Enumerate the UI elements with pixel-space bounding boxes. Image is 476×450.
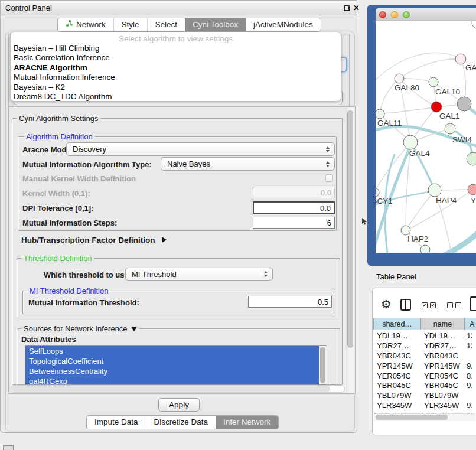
network-node[interactable]	[376, 109, 384, 119]
which-threshold-combo[interactable]: MI Threshold	[125, 268, 273, 281]
table-row[interactable]: YLR345WYLR345W9.	[373, 401, 476, 411]
table-cell[interactable]: YLR345W	[373, 401, 419, 411]
table-cell[interactable]: YDR27…	[419, 341, 464, 351]
table-horizontal-scrollbar-thumb[interactable]	[376, 415, 448, 420]
table-cell[interactable]: YPR145W	[373, 361, 419, 371]
tab-infer-network[interactable]: Infer Network	[216, 416, 278, 429]
table-cell[interactable]: 9.	[464, 401, 472, 411]
network-node[interactable]	[457, 97, 471, 111]
table-row[interactable]: YPR145WYPR145W9.	[373, 361, 476, 371]
close-icon[interactable]: ✕	[353, 3, 360, 14]
table-cell[interactable]: YER054C	[373, 371, 419, 381]
network-edge[interactable]	[442, 231, 476, 253]
table-row[interactable]: YBR043CYBR043C	[373, 351, 476, 361]
table-cell[interactable]: 8.	[464, 371, 472, 381]
table-cell[interactable]: YBL079W	[373, 391, 419, 401]
column-header-partial[interactable]: A	[464, 318, 476, 330]
table-row[interactable]: YER054CYER054C8.	[373, 371, 476, 381]
network-node[interactable]	[455, 54, 466, 64]
tab-impute-data[interactable]: Impute Data	[87, 416, 146, 429]
table-cell[interactable]: YER054C	[419, 371, 464, 381]
table-cell[interactable]: YDL19…	[373, 331, 419, 341]
expand-right-icon[interactable]	[162, 237, 167, 243]
table-row[interactable]: YBR045CYBR045C9.	[373, 381, 476, 391]
horizontal-scrollbar-thumb[interactable]	[11, 386, 330, 392]
table-cell[interactable]: YBL079W	[419, 391, 464, 401]
tab-style[interactable]: Style	[113, 18, 147, 31]
table-cell[interactable]: 9.	[464, 381, 472, 391]
table-settings-gear-icon[interactable]: ⚙	[381, 297, 392, 311]
mi-steps-field[interactable]: 6	[253, 217, 335, 229]
select-all-columns-icon[interactable]: ✓ ✓	[422, 302, 436, 308]
network-node[interactable]	[428, 184, 441, 197]
network-edge[interactable]	[380, 107, 436, 114]
list-scrollbar-thumb[interactable]	[320, 347, 325, 383]
table-cell[interactable]: YBR043C	[419, 351, 464, 361]
mi-type-combo[interactable]: Naive Bayes	[161, 157, 335, 171]
collapse-down-icon[interactable]	[131, 327, 137, 331]
network-node[interactable]	[395, 74, 404, 83]
deselect-all-columns-icon[interactable]	[447, 302, 461, 308]
dropdown-item-bayesian-k2[interactable]: Bayesian – K2	[11, 83, 341, 92]
table-cell[interactable]: YBR043C	[373, 351, 419, 361]
network-edge[interactable]	[376, 142, 411, 193]
network-node[interactable]	[420, 245, 430, 253]
table-cell[interactable]: 13	[464, 331, 472, 341]
hub-section-label[interactable]: Hub/Transcription Factor Definition	[21, 236, 167, 244]
column-header-name[interactable]: name	[420, 318, 465, 330]
table-cell[interactable]: YLR345W	[419, 401, 464, 411]
dpi-tolerance-field[interactable]: 0.0	[253, 201, 335, 214]
list-item-betweennesscentrality[interactable]: BetweennessCentrality	[25, 366, 319, 376]
table-row[interactable]: YDR27…YDR27…12	[373, 341, 476, 351]
table-cell[interactable]: YDR27…	[373, 341, 419, 351]
network-edge[interactable]	[399, 79, 433, 82]
dropdown-item-aracne[interactable]: ARACNE Algorithm	[11, 63, 341, 73]
vertical-scrollbar-thumb[interactable]	[347, 110, 353, 348]
network-node[interactable]	[403, 135, 418, 149]
zoom-traffic-light[interactable]	[403, 11, 410, 18]
table-cell[interactable]: YPR145W	[419, 361, 464, 371]
mi-threshold-field[interactable]: 0.5	[248, 296, 332, 308]
float-window-icon[interactable]	[344, 5, 350, 11]
network-node[interactable]	[467, 152, 476, 165]
network-node[interactable]	[472, 21, 476, 29]
tab-jactivemnodules[interactable]: jActiveMNodules	[246, 18, 321, 31]
network-node[interactable]	[429, 77, 438, 87]
network-canvas[interactable]: GALGAL80GAL10GAL1GAL11SWI4GAL4GCY1HAP4YH…	[376, 21, 476, 253]
tab-network[interactable]: Network	[58, 18, 113, 31]
tab-discretize-data[interactable]: Discretize Data	[146, 416, 216, 429]
tab-cyni-toolbox[interactable]: Cyni Toolbox	[185, 18, 246, 31]
minimized-window-icon[interactable]	[3, 445, 14, 450]
dropdown-item-mutual-information[interactable]: Mutual Information Inference	[11, 73, 341, 82]
network-edge[interactable]	[399, 59, 461, 79]
network-node[interactable]	[468, 184, 476, 195]
table-row[interactable]: YDL19…YDL19…13	[373, 331, 476, 341]
network-edge[interactable]	[406, 190, 435, 230]
dropdown-item-dream8[interactable]: Dream8 DC_TDC Algorithm	[11, 92, 341, 102]
kernel-width-field[interactable]: 0.0	[253, 187, 335, 198]
tab-select[interactable]: Select	[147, 18, 185, 31]
dropdown-item-basic-correlation[interactable]: Basic Correlation Inference	[11, 53, 341, 63]
table-cell[interactable]: YBR045C	[373, 381, 419, 391]
network-node[interactable]	[431, 102, 442, 112]
minimize-traffic-light[interactable]	[391, 11, 398, 18]
list-item-selfloops[interactable]: SelfLoops	[25, 346, 319, 356]
list-item-gal4rgexp[interactable]: gal4RGexp	[25, 376, 319, 385]
column-chooser-icon[interactable]	[400, 299, 411, 311]
aracne-mode-combo[interactable]: Discovery	[66, 142, 335, 156]
table-cell[interactable]: YDL19…	[419, 331, 464, 341]
dropdown-item-bayesian-hill-climbing[interactable]: Bayesian – Hill Climbing	[11, 44, 341, 53]
export-table-icon[interactable]	[470, 296, 476, 311]
table-cell[interactable]: 9.	[464, 361, 472, 371]
table-cell[interactable]: YBR045C	[419, 381, 464, 391]
column-header-sharedname[interactable]: shared…	[373, 318, 421, 330]
sources-group-title[interactable]: Sources for Network Inference	[21, 324, 139, 333]
network-node[interactable]	[376, 188, 379, 197]
table-row[interactable]: YBL079WYBL079W	[373, 391, 476, 401]
list-item-topologicalcoefficient[interactable]: TopologicalCoefficient	[25, 356, 319, 366]
network-node[interactable]	[401, 226, 410, 235]
close-traffic-light[interactable]	[379, 11, 386, 18]
network-node[interactable]	[445, 123, 455, 134]
apply-button[interactable]: Apply	[158, 398, 200, 412]
manual-kernel-checkbox[interactable]	[325, 174, 333, 182]
